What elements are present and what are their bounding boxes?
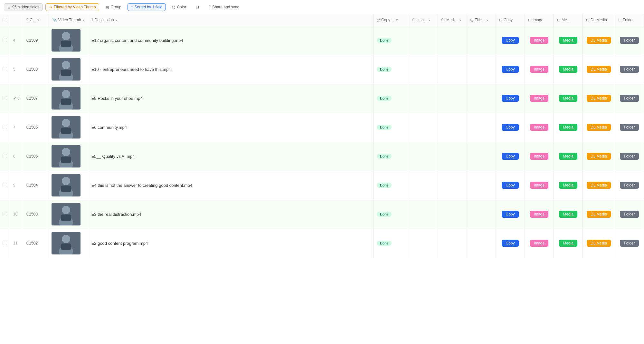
- image-button[interactable]: Image: [530, 95, 548, 102]
- checkbox-column-header[interactable]: [0, 14, 10, 26]
- me-column-header[interactable]: ⊡ Me...: [554, 14, 583, 26]
- folder-button[interactable]: Folder: [620, 182, 639, 189]
- medi-column-header[interactable]: ⏱ Medi... ∨: [438, 14, 467, 26]
- copy-button[interactable]: Copy: [502, 240, 518, 247]
- folder-button[interactable]: Folder: [620, 37, 639, 44]
- media-button[interactable]: Media: [559, 95, 577, 102]
- copy-url-column-header[interactable]: ◎ Copy ... ∨: [374, 14, 409, 26]
- row-checkbox[interactable]: [3, 125, 7, 129]
- checkbox-cell[interactable]: [0, 26, 10, 55]
- image-button[interactable]: Image: [530, 66, 548, 73]
- title-column-header[interactable]: ◎ Title... ∨: [467, 14, 496, 26]
- copy-url-cell: Done: [374, 113, 409, 142]
- checkbox-cell[interactable]: [0, 113, 10, 142]
- media-button[interactable]: Media: [559, 182, 577, 189]
- copy-btn-column-header[interactable]: ⊡ Copy: [496, 14, 525, 26]
- copy-button[interactable]: Copy: [502, 37, 518, 44]
- sort-chevron-icon-7: ∨: [486, 18, 488, 22]
- row-checkbox[interactable]: [3, 96, 7, 100]
- share-sync-button[interactable]: ⤴ Share and sync: [205, 3, 242, 11]
- checkbox-cell[interactable]: [0, 229, 10, 258]
- dlmedia-button[interactable]: DL Media: [587, 66, 611, 73]
- checkbox-cell[interactable]: [0, 200, 10, 229]
- row-checkbox[interactable]: [3, 212, 7, 216]
- dlmedia-button[interactable]: DL Media: [587, 182, 611, 189]
- folder-button[interactable]: Folder: [620, 95, 639, 102]
- text-icon-2: Ⅱ: [91, 18, 93, 22]
- thumb-cell: [49, 171, 88, 200]
- copy-button[interactable]: Copy: [502, 182, 518, 189]
- dlmedia-btn-cell: DL Media: [583, 113, 615, 142]
- folder-column-header[interactable]: ⊡ Folder: [615, 14, 644, 26]
- row-checkbox[interactable]: [3, 154, 7, 158]
- color-button[interactable]: ◎ Color: [168, 3, 190, 11]
- medi-cell: [438, 171, 467, 200]
- folder-button[interactable]: Folder: [620, 211, 639, 218]
- copy-button[interactable]: Copy: [502, 95, 518, 102]
- table-row: 4 C1509 E12 organic content and communit…: [0, 26, 644, 55]
- row-checkbox[interactable]: [3, 67, 7, 71]
- dlmedia-button[interactable]: DL Media: [587, 37, 611, 44]
- row-number-column-header: [10, 14, 23, 26]
- dlmedia-button[interactable]: DL Media: [587, 240, 611, 247]
- image-button[interactable]: Image: [530, 182, 548, 189]
- title-cell: [467, 200, 496, 229]
- dlmedia-column-header[interactable]: ⊡ DL Media: [583, 14, 615, 26]
- folder-button[interactable]: Folder: [620, 153, 639, 160]
- dlmedia-button[interactable]: DL Media: [587, 95, 611, 102]
- media-button[interactable]: Media: [559, 211, 577, 218]
- image-button[interactable]: Image: [530, 124, 548, 131]
- checkbox-cell[interactable]: [0, 84, 10, 113]
- copy-button[interactable]: Copy: [502, 124, 518, 131]
- media-button[interactable]: Media: [559, 124, 577, 131]
- dlmedia-button[interactable]: DL Media: [587, 153, 611, 160]
- ima-column-header[interactable]: ⏱ Ima... ∨: [409, 14, 438, 26]
- expand-icon[interactable]: ⤢: [13, 96, 16, 100]
- copy-button[interactable]: Copy: [502, 66, 518, 73]
- group-button[interactable]: ▤ Group: [102, 3, 125, 11]
- status-badge: Done: [377, 241, 392, 246]
- copy-button[interactable]: Copy: [502, 211, 518, 218]
- folder-button[interactable]: Folder: [620, 66, 639, 73]
- ima-cell: [409, 229, 438, 258]
- copy-button[interactable]: Copy: [502, 153, 518, 160]
- btn-icon-4: ⊡: [586, 18, 589, 22]
- row-checkbox[interactable]: [3, 38, 7, 42]
- sort-button[interactable]: ↕ Sorted by 1 field: [128, 3, 166, 11]
- copy-url-cell: Done: [374, 229, 409, 258]
- folder-button[interactable]: Folder: [620, 240, 639, 247]
- description-column-header[interactable]: Ⅱ Description ∨: [88, 14, 373, 26]
- c-cell: C1507: [23, 84, 49, 113]
- row-checkbox[interactable]: [3, 183, 7, 187]
- svg-point-25: [62, 206, 70, 214]
- select-all-checkbox[interactable]: [3, 18, 7, 22]
- checkbox-cell[interactable]: [0, 171, 10, 200]
- extra-button[interactable]: ⊡: [192, 3, 203, 11]
- media-button[interactable]: Media: [559, 153, 577, 160]
- row-checkbox[interactable]: [3, 241, 7, 245]
- dlmedia-btn-cell: DL Media: [583, 200, 615, 229]
- media-button[interactable]: Media: [559, 66, 577, 73]
- filter-button[interactable]: ⇥ Filtered by Video Thumb: [45, 3, 99, 11]
- media-button[interactable]: Media: [559, 240, 577, 247]
- image-button[interactable]: Image: [530, 153, 548, 160]
- image-btn-column-header[interactable]: ⊡ Image: [525, 14, 554, 26]
- row-number-cell: 7: [10, 113, 23, 142]
- image-btn-cell: Image: [525, 26, 554, 55]
- c-column-header[interactable]: ¶ C... ∨: [23, 14, 49, 26]
- dlmedia-button[interactable]: DL Media: [587, 124, 611, 131]
- medi-cell: [438, 200, 467, 229]
- checkbox-cell[interactable]: [0, 55, 10, 84]
- thumb-cell: [49, 26, 88, 55]
- image-button[interactable]: Image: [530, 37, 548, 44]
- video-thumb-column-header[interactable]: 📎 Video Thumb ∨: [49, 14, 88, 26]
- image-button[interactable]: Image: [530, 240, 548, 247]
- checkbox-cell[interactable]: [0, 142, 10, 171]
- sort-chevron-icon-6: ∨: [459, 18, 461, 22]
- c-cell: C1502: [23, 229, 49, 258]
- hidden-fields-button[interactable]: ⊞ 95 hidden fields: [4, 3, 43, 11]
- dlmedia-button[interactable]: DL Media: [587, 211, 611, 218]
- image-button[interactable]: Image: [530, 211, 548, 218]
- media-button[interactable]: Media: [559, 37, 577, 44]
- folder-button[interactable]: Folder: [620, 124, 639, 131]
